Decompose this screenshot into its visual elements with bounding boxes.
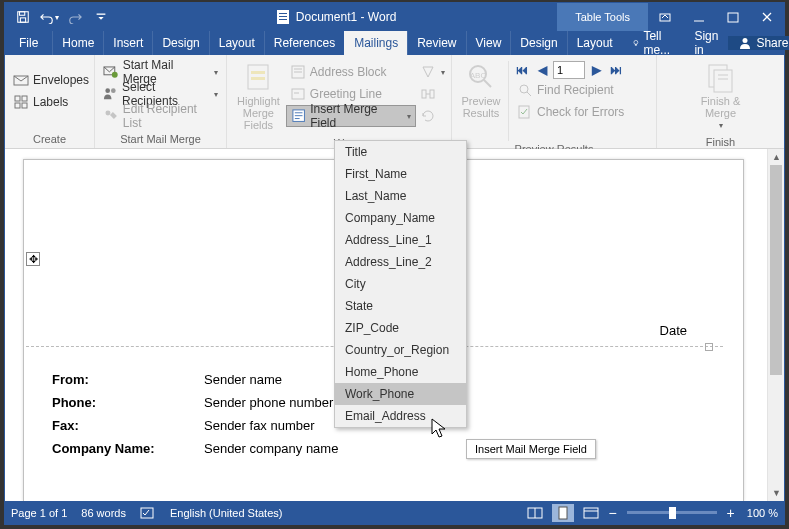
edit-recipient-list-button[interactable]: Edit Recipient List — [99, 105, 222, 127]
word-count[interactable]: 86 words — [81, 507, 126, 519]
update-labels-button[interactable] — [416, 105, 449, 127]
group-label-create: Create — [9, 131, 90, 148]
zoom-slider-thumb[interactable] — [669, 507, 676, 519]
merge-field-zip[interactable]: ZIP_Code — [335, 317, 466, 339]
rules-icon — [420, 64, 436, 80]
language-indicator[interactable]: English (United States) — [170, 507, 283, 519]
svg-point-14 — [634, 40, 638, 44]
tab-references[interactable]: References — [264, 31, 344, 55]
merge-field-last-name[interactable]: Last_Name — [335, 185, 466, 207]
find-recipient-button[interactable]: Find Recipient — [513, 79, 628, 101]
preview-results-button[interactable]: ABC Preview Results — [456, 57, 506, 123]
tab-review[interactable]: Review — [407, 31, 465, 55]
labels-button[interactable]: Labels — [9, 91, 93, 113]
sender-fields-table: From:Sender name Phone:Sender phone numb… — [50, 367, 340, 461]
highlight-merge-fields-button[interactable]: Highlight Merge Fields — [231, 57, 286, 135]
tab-design[interactable]: Design — [152, 31, 208, 55]
search-icon — [517, 82, 533, 98]
save-button[interactable] — [11, 5, 35, 29]
match-fields-button[interactable] — [416, 83, 449, 105]
zoom-level[interactable]: 100 % — [747, 507, 778, 519]
share-button[interactable]: Share — [728, 36, 789, 50]
sign-in-link[interactable]: Sign in — [684, 29, 728, 57]
page-indicator[interactable]: Page 1 of 1 — [11, 507, 67, 519]
zoom-in-button[interactable]: + — [727, 505, 735, 521]
tab-table-design[interactable]: Design — [510, 31, 566, 55]
tooltip: Insert Mail Merge Field — [466, 439, 596, 459]
tab-table-layout[interactable]: Layout — [567, 31, 622, 55]
rules-button[interactable]: ▾ — [416, 61, 449, 83]
merge-field-work-phone[interactable]: Work_Phone — [335, 383, 466, 405]
svg-point-26 — [105, 111, 110, 116]
svg-rect-19 — [22, 96, 27, 101]
tab-layout[interactable]: Layout — [209, 31, 264, 55]
merge-field-address-2[interactable]: Address_Line_2 — [335, 251, 466, 273]
minimize-button[interactable] — [682, 3, 716, 31]
svg-rect-40 — [430, 90, 434, 98]
tab-view[interactable]: View — [466, 31, 511, 55]
qat-customize-button[interactable] — [89, 5, 113, 29]
tell-me-search[interactable]: Tell me... — [622, 29, 685, 57]
quick-access-toolbar: ▾ — [5, 5, 113, 29]
undo-button[interactable]: ▾ — [37, 5, 61, 29]
merge-field-address-1[interactable]: Address_Line_1 — [335, 229, 466, 251]
svg-rect-29 — [251, 77, 265, 80]
ribbon-options-button[interactable] — [648, 3, 682, 31]
zoom-slider[interactable] — [627, 511, 717, 514]
edit-list-icon — [103, 108, 119, 124]
maximize-button[interactable] — [716, 3, 750, 31]
envelopes-button[interactable]: Envelopes — [9, 69, 93, 91]
address-block-icon — [290, 64, 306, 80]
svg-rect-6 — [279, 13, 287, 14]
table-row: From:Sender name — [52, 369, 338, 390]
merge-field-home-phone[interactable]: Home_Phone — [335, 361, 466, 383]
next-record-button[interactable]: ▶ — [587, 61, 605, 79]
merge-field-email[interactable]: Email_Address — [335, 405, 466, 427]
prev-record-button[interactable]: ◀ — [533, 61, 551, 79]
close-button[interactable] — [750, 3, 784, 31]
table-move-handle[interactable]: ✥ — [26, 252, 40, 266]
merge-field-first-name[interactable]: First_Name — [335, 163, 466, 185]
svg-rect-3 — [97, 14, 106, 15]
zoom-out-button[interactable]: − — [608, 505, 616, 521]
read-mode-button[interactable] — [524, 504, 546, 522]
proofing-icon[interactable] — [140, 506, 156, 520]
svg-rect-39 — [422, 90, 426, 98]
merge-field-company-name[interactable]: Company_Name — [335, 207, 466, 229]
merge-field-country[interactable]: Country_or_Region — [335, 339, 466, 361]
group-label-start: Start Mail Merge — [99, 131, 222, 148]
check-icon — [517, 104, 533, 120]
web-layout-button[interactable] — [580, 504, 602, 522]
redo-button[interactable] — [63, 5, 87, 29]
merge-field-icon — [291, 108, 306, 124]
address-block-button[interactable]: Address Block — [286, 61, 416, 83]
scroll-up-button[interactable]: ▲ — [768, 149, 784, 165]
first-record-button[interactable]: ⏮ — [513, 61, 531, 79]
person-icon — [738, 36, 752, 50]
merge-field-city[interactable]: City — [335, 273, 466, 295]
tab-home[interactable]: Home — [52, 31, 103, 55]
merge-field-title[interactable]: Title — [335, 141, 466, 163]
svg-line-46 — [527, 92, 531, 96]
tab-mailings[interactable]: Mailings — [344, 31, 407, 55]
svg-rect-7 — [279, 16, 287, 17]
tab-file[interactable]: File — [5, 31, 52, 55]
scroll-down-button[interactable]: ▼ — [768, 485, 784, 501]
merge-field-state[interactable]: State — [335, 295, 466, 317]
finish-merge-button[interactable]: Finish & Merge▾ — [693, 57, 749, 134]
insert-merge-field-button[interactable]: Insert Merge Field▾ — [286, 105, 416, 127]
svg-rect-33 — [292, 89, 304, 99]
svg-rect-21 — [22, 103, 27, 108]
last-record-button[interactable]: ⏭ — [607, 61, 625, 79]
print-layout-button[interactable] — [552, 504, 574, 522]
tab-insert[interactable]: Insert — [103, 31, 152, 55]
scrollbar-thumb[interactable] — [770, 165, 782, 375]
group-write-insert: Highlight Merge Fields Address Block Gre… — [227, 55, 452, 148]
check-errors-button[interactable]: Check for Errors — [513, 101, 628, 123]
vertical-scrollbar[interactable]: ▲ ▼ — [767, 149, 784, 501]
svg-point-25 — [111, 89, 116, 94]
record-number-input[interactable] — [553, 61, 585, 79]
labels-icon — [13, 94, 29, 110]
svg-rect-49 — [714, 70, 732, 92]
date-label: Date — [660, 323, 687, 338]
